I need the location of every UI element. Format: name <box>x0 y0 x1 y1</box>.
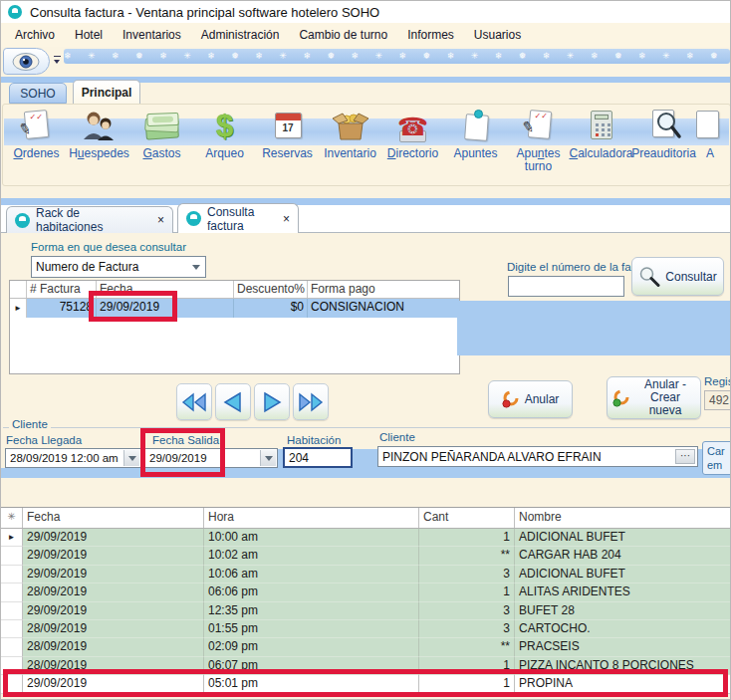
close-icon[interactable]: × <box>283 212 290 226</box>
table-row[interactable]: 28/09/2019 06:07 pm 1 PIZZA INCANTO 8 PO… <box>1 657 731 675</box>
anular-crear-icon <box>612 389 630 407</box>
menu-hotel[interactable]: Hotel <box>65 25 113 45</box>
col-descuento[interactable]: Descuento% <box>234 281 308 298</box>
invoice-grid-header: # Factura Fecha Descuento% Forma pago <box>10 281 459 299</box>
habitacion-label: Habitación <box>287 434 341 446</box>
last-record-icon <box>298 392 324 412</box>
cliente-value: PINZON PEÑARANDA ALVARO EFRAIN <box>382 450 602 464</box>
habitacion-field[interactable]: 204 <box>283 447 353 468</box>
cliente-label: Cliente <box>379 431 415 443</box>
menu-administracion[interactable]: Administración <box>191 25 290 45</box>
ribbon-item-inventario[interactable]: Inventario <box>319 107 381 184</box>
ribbon-item-arqueo[interactable]: $ Arqueo <box>193 107 256 184</box>
anular-crear-nueva-button[interactable]: Anular - Crear nueva <box>607 376 701 419</box>
previous-record-button[interactable] <box>215 383 251 420</box>
ribbon-item-directorio[interactable]: ☎ Directorio <box>381 107 444 184</box>
clipped-right-button[interactable]: Car em <box>702 441 731 475</box>
header-asterisk-icon: ✳ <box>1 508 23 528</box>
ribbon-item-apuntes[interactable]: Apuntes <box>444 107 507 184</box>
charges-grid: ✳ Fecha Hora Cant Nombre ► 29/09/2019 10… <box>1 507 731 693</box>
close-icon[interactable]: × <box>157 213 164 227</box>
table-row[interactable]: 29/09/2019 10:06 am 3 ADICIONAL BUFET <box>1 566 731 583</box>
eye-toolbar-button[interactable] <box>3 48 50 75</box>
anular-button[interactable]: Anular <box>488 380 573 418</box>
invoice-grid: # Factura Fecha Descuento% Forma pago ► … <box>9 280 460 374</box>
decorative-snowflake-band: ❄ ✳ ❄ ❅ ❄ ✳ ❄ ❅ ❄ ✳ ❄ ❅ ❄ ✳ ❄ ❅ ❄ ✳ ❄ ❅ … <box>64 49 730 64</box>
selection-side-panel <box>457 301 731 355</box>
app-icon <box>8 5 22 19</box>
col-cant[interactable]: Cant <box>419 508 515 528</box>
col-nombre[interactable]: Nombre <box>515 508 731 528</box>
fecha-llegada-value: 28/09/2019 12:00 am <box>10 452 119 464</box>
col-fecha[interactable]: Fecha <box>23 508 204 528</box>
calculator-icon <box>582 107 621 146</box>
ribbon-toolbar: ✓✓ ✎ Ordenes Huespedes <box>2 104 731 186</box>
doc-tab-rack-habitaciones[interactable]: Rack de habitaciones × <box>6 206 173 233</box>
table-row-propina[interactable]: 29/09/2019 05:01 pm 1 PROPINA <box>1 675 731 693</box>
invoice-number-input[interactable] <box>508 276 624 297</box>
toolbar: ❄ ✳ ❄ ❅ ❄ ✳ ❄ ❅ ❄ ✳ ❄ ❅ ❄ ✳ ❄ ❅ ❄ ✳ ❄ ❅ … <box>1 47 731 77</box>
window-title: Consulta factura - Ventana principal sof… <box>30 5 379 20</box>
guests-icon <box>80 107 120 146</box>
previous-record-icon <box>221 391 245 413</box>
ribbon-item-apuntes-turno[interactable]: ✓✓ ✎ Apuntes turno <box>507 107 570 184</box>
menu-inventarios[interactable]: Inventarios <box>113 25 191 45</box>
doc-tab-consulta-factura[interactable]: Consulta factura × <box>177 203 299 233</box>
last-record-button[interactable] <box>293 383 329 420</box>
ribbon-item-reservas[interactable]: 17 Reservas <box>256 107 319 184</box>
table-row[interactable]: 28/09/2019 01:55 pm 3 CARTOCHO. <box>1 620 731 638</box>
col-hora[interactable]: Hora <box>204 508 419 528</box>
invoice-row-selected[interactable]: ► 75128 29/09/2019 $0 CONSIGNACION <box>10 299 459 318</box>
cliente-field[interactable]: PINZON PEÑARANDA ALVARO EFRAIN ··· <box>377 446 698 467</box>
col-forma-pago[interactable]: Forma pago <box>308 281 459 298</box>
fecha-llegada-combo[interactable]: 28/09/2019 12:00 am <box>5 448 141 468</box>
doc-tab-label: Consulta factura <box>207 205 275 233</box>
registro-label: Regist <box>704 375 731 387</box>
menu-cambio-de-turno[interactable]: Cambio de turno <box>289 25 397 45</box>
table-row[interactable]: 28/09/2019 02:09 pm ** PRACSEIS <box>1 638 731 656</box>
cliente-group-border <box>3 427 730 428</box>
table-row[interactable]: 29/09/2019 10:02 am ** CARGAR HAB 204 <box>1 547 731 565</box>
tab-soho[interactable]: SOHO <box>9 83 67 104</box>
chevron-down-icon[interactable] <box>260 450 276 466</box>
table-row[interactable]: ► 29/09/2019 10:00 am 1 ADICIONAL BUFET <box>1 529 731 547</box>
expenses-icon <box>142 107 182 146</box>
inventory-icon <box>331 107 370 146</box>
menu-usuarios[interactable]: Usuarios <box>464 25 531 45</box>
fecha-salida-value: 29/09/2019 <box>149 452 207 464</box>
toolbar-overflow-icon[interactable] <box>53 55 62 67</box>
ribbon-item-ordenes[interactable]: ✓✓ ✎ Ordenes <box>5 107 68 184</box>
document-tab-bar: Rack de habitaciones × Consulta factura … <box>1 198 731 233</box>
tab-principal[interactable]: Principal <box>73 80 140 104</box>
ribbon-item-preauditoria[interactable]: Preauditoria <box>632 107 695 184</box>
ribbon-item-gastos[interactable]: Gastos <box>130 107 193 184</box>
anular-crear-label: Anular - Crear nueva <box>635 378 695 417</box>
chevron-down-icon[interactable] <box>123 450 139 466</box>
doc-tab-label: Rack de habitaciones <box>36 206 149 234</box>
ribbon-item-calculadora[interactable]: Calculadora <box>570 107 632 184</box>
col-fecha[interactable]: Fecha <box>97 281 234 298</box>
query-mode-value: Numero de Factura <box>36 260 138 274</box>
row-selector-icon: ► <box>1 529 23 547</box>
fecha-salida-label: Fecha Salida <box>152 434 219 446</box>
consultar-label: Consultar <box>665 270 716 284</box>
ribbon-item-clipped[interactable]: A <box>695 107 725 184</box>
next-record-button[interactable] <box>254 383 290 420</box>
consultar-button[interactable]: Consultar <box>631 257 724 296</box>
fecha-llegada-label: Fecha Llegada <box>6 434 82 446</box>
menu-bar: Archivo Hotel Inventarios Administración… <box>1 23 731 47</box>
ribbon-item-huespedes[interactable]: Huespedes <box>68 107 130 184</box>
fecha-salida-combo[interactable]: 29/09/2019 <box>144 448 278 468</box>
table-row[interactable]: 29/09/2019 12:35 pm 3 BUFET 28 <box>1 602 731 620</box>
query-mode-select[interactable]: Numero de Factura <box>31 256 206 278</box>
menu-informes[interactable]: Informes <box>397 25 464 45</box>
orders-icon: ✓✓ ✎ <box>17 107 57 146</box>
first-record-button[interactable] <box>176 383 212 420</box>
query-mode-label: Forma en que desea consultar <box>31 241 186 253</box>
menu-archivo[interactable]: Archivo <box>5 25 65 45</box>
registro-field: 492 <box>704 390 731 410</box>
anular-label: Anular <box>525 392 560 406</box>
col-factura[interactable]: # Factura <box>27 281 97 298</box>
cliente-browse-button[interactable]: ··· <box>675 449 695 464</box>
table-row[interactable]: 28/09/2019 06:06 pm 1 ALITAS ARIDENTES <box>1 583 731 601</box>
